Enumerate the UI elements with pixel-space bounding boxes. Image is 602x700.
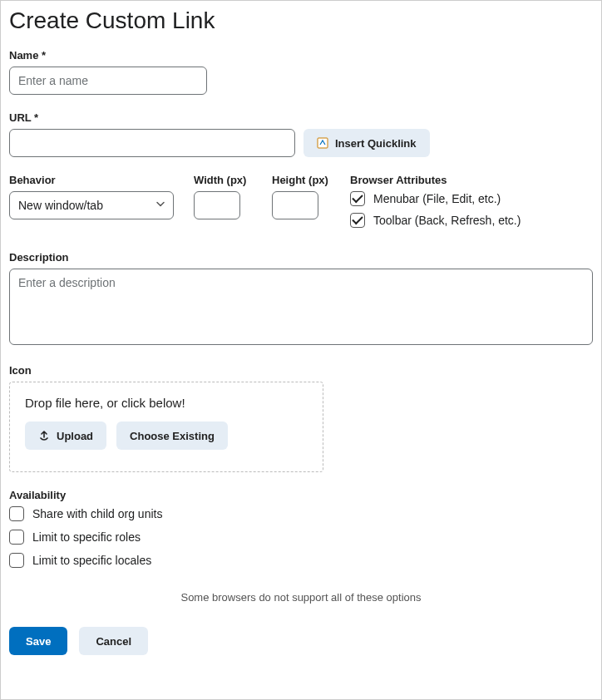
page-title: Create Custom Link xyxy=(9,7,593,34)
insert-quicklink-button[interactable]: Insert Quicklink xyxy=(303,129,430,157)
description-section: Description xyxy=(9,251,593,348)
url-section: URL * Insert Quicklink xyxy=(9,111,593,157)
browser-support-note: Some browsers do not support all of thes… xyxy=(9,591,593,604)
description-label: Description xyxy=(9,251,593,264)
toolbar-label: Toolbar (Back, Refresh, etc.) xyxy=(373,214,521,227)
behavior-value: New window/tab xyxy=(18,199,103,212)
name-section: Name * xyxy=(9,49,593,95)
behavior-label: Behavior xyxy=(9,174,174,186)
width-input[interactable] xyxy=(194,191,240,219)
name-label: Name * xyxy=(9,49,593,62)
upload-icon xyxy=(38,429,50,443)
url-label: URL * xyxy=(9,111,593,124)
save-button[interactable]: Save xyxy=(9,627,67,655)
footer-buttons: Save Cancel xyxy=(9,627,593,655)
menubar-label: Menubar (File, Edit, etc.) xyxy=(373,192,501,205)
upload-label: Upload xyxy=(57,430,93,442)
share-child-label: Share with child org units xyxy=(32,507,162,520)
create-custom-link-form: Create Custom Link Name * URL * Insert Q… xyxy=(0,0,602,700)
icon-section: Icon Drop file here, or click below! Upl… xyxy=(9,364,593,472)
choose-existing-label: Choose Existing xyxy=(130,430,215,442)
availability-section: Availability Share with child org units … xyxy=(9,489,593,568)
menubar-checkbox[interactable] xyxy=(350,191,365,206)
width-label: Width (px) xyxy=(194,174,252,186)
limit-locales-checkbox[interactable] xyxy=(9,553,24,568)
browser-attributes-label: Browser Attributes xyxy=(350,174,593,186)
limit-roles-checkbox[interactable] xyxy=(9,530,24,545)
height-label: Height (px) xyxy=(272,174,330,186)
availability-label: Availability xyxy=(9,489,593,501)
insert-quicklink-label: Insert Quicklink xyxy=(335,137,417,150)
choose-existing-button[interactable]: Choose Existing xyxy=(116,421,228,450)
limit-locales-label: Limit to specific locales xyxy=(32,554,151,567)
icon-drop-text: Drop file here, or click below! xyxy=(25,396,308,410)
upload-button[interactable]: Upload xyxy=(25,421,106,450)
behavior-row: Behavior New window/tab Width (px) Heigh… xyxy=(9,174,593,234)
quicklink-icon xyxy=(317,137,328,149)
description-textarea[interactable] xyxy=(9,269,593,345)
share-child-checkbox[interactable] xyxy=(9,506,24,521)
url-input[interactable] xyxy=(9,129,295,157)
name-input[interactable] xyxy=(9,67,207,95)
toolbar-checkbox[interactable] xyxy=(350,213,365,228)
svg-rect-0 xyxy=(318,138,328,148)
behavior-select[interactable]: New window/tab xyxy=(9,191,174,219)
cancel-button[interactable]: Cancel xyxy=(79,627,148,655)
height-input[interactable] xyxy=(272,191,318,219)
icon-label: Icon xyxy=(9,364,593,377)
icon-dropzone[interactable]: Drop file here, or click below! Upload C… xyxy=(9,382,323,472)
limit-roles-label: Limit to specific roles xyxy=(32,530,141,544)
